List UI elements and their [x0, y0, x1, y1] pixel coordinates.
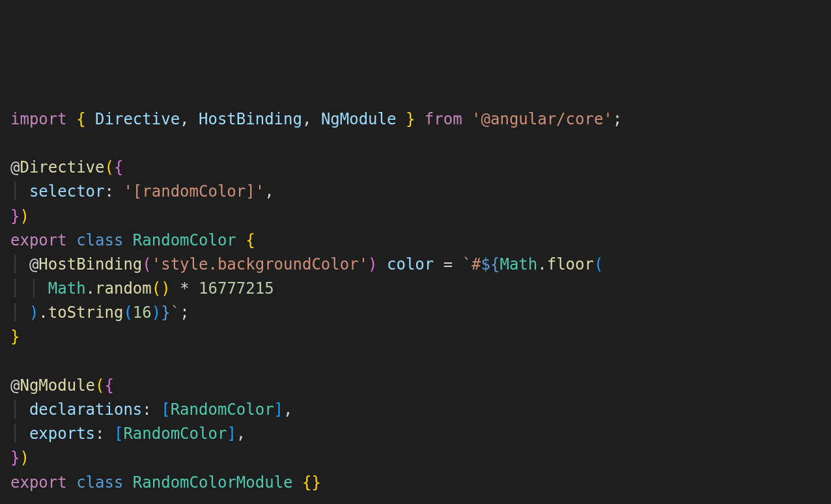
ident-directive: Directive [95, 110, 180, 128]
ident-ngmodule: NgModule [321, 110, 397, 128]
line-6: export class RandomColor { [10, 231, 255, 249]
brace-open: { [76, 110, 85, 128]
ref-randomcolor1: RandomColor [171, 400, 274, 419]
line-7: │ @HostBinding('style.backgroundColor') … [10, 255, 603, 273]
line-14: │ exports: [RandomColor], [10, 425, 246, 443]
num-radix: 16 [133, 303, 152, 322]
fn-floor: floor [547, 255, 594, 273]
string-module: '@angular/core' [472, 110, 613, 128]
op-multiply: * [180, 279, 189, 298]
decorator-at: @ [10, 158, 20, 176]
line-5: }) [10, 207, 29, 225]
num-maxcolor: 16777215 [199, 279, 274, 298]
template-expr-open: ${ [481, 255, 500, 273]
line-3: @Directive({ [10, 158, 123, 176]
kw-export: export [10, 231, 67, 249]
ident-math2: Math [48, 279, 86, 298]
code-block[interactable]: import { Directive, HostBinding, NgModul… [10, 107, 821, 495]
line-8: │ │ Math.random() * 16777215 [10, 279, 274, 298]
decorator-directive: Directive [20, 158, 104, 176]
kw-import: import [10, 110, 67, 128]
template-open: ` [462, 255, 472, 273]
fn-tostring: toString [48, 303, 124, 322]
line-4: │ selector: '[randomColor]', [10, 182, 274, 201]
decorator-hostbinding: HostBinding [38, 255, 142, 273]
prop-exports: exports [29, 425, 95, 443]
template-close: ` [171, 303, 180, 322]
line-1: import { Directive, HostBinding, NgModul… [10, 110, 622, 128]
line-15: }) [10, 449, 29, 467]
line-13: │ declarations: [RandomColor], [10, 400, 293, 419]
kw-export2: export [10, 473, 67, 492]
prop-color: color [387, 255, 434, 273]
template-expr-close: } [161, 303, 170, 322]
prop-declarations: declarations [29, 400, 142, 419]
prop-selector: selector [29, 182, 105, 201]
line-12: @NgModule({ [10, 376, 114, 395]
string-selector: '[randomColor]' [123, 182, 264, 201]
kw-class: class [76, 231, 123, 249]
kw-from: from [425, 110, 462, 128]
class-randomcolormodule: RandomColorModule [133, 473, 293, 492]
string-style-bg: 'style.backgroundColor' [152, 255, 368, 273]
line-10: } [10, 328, 20, 346]
fn-random: random [95, 279, 152, 298]
ident-math: Math [500, 255, 537, 273]
decorator-ngmodule: NgModule [20, 376, 95, 395]
line-16: export class RandomColorModule {} [10, 473, 321, 492]
class-randomcolor: RandomColor [133, 231, 236, 249]
brace-close: } [406, 110, 415, 128]
ref-randomcolor2: RandomColor [123, 425, 227, 443]
kw-class2: class [76, 473, 123, 492]
ident-hostbinding: HostBinding [199, 110, 302, 128]
line-9: │ ).toString(16)}`; [10, 303, 190, 322]
